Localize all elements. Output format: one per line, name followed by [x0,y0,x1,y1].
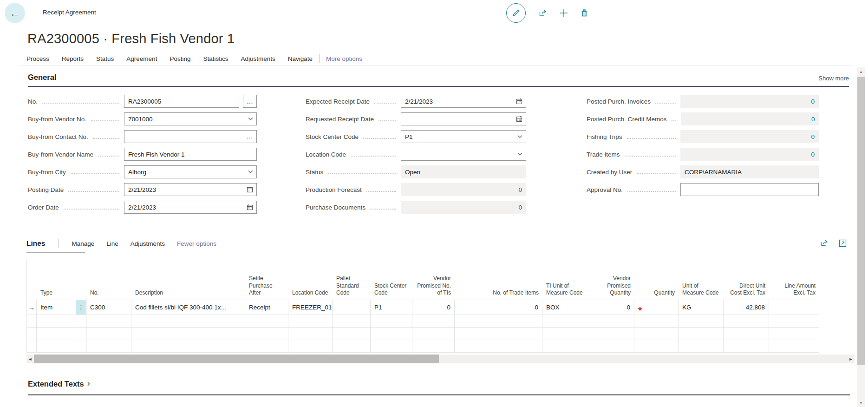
empty-cell-indicator[interactable] [27,315,37,328]
cell-settle[interactable]: Receipt [245,300,288,315]
empty-cell-vptis[interactable] [412,340,455,353]
horizontal-scrollbar[interactable]: ◄ ► [26,354,855,363]
cell-tiuom[interactable]: BOX [542,300,590,315]
ribbon-item-status[interactable]: Status [96,55,114,62]
calendar-icon[interactable] [516,116,522,122]
col-header-stock[interactable]: Stock Center Code [371,282,412,300]
cell-uom[interactable]: KG [679,300,724,315]
empty-cell-qty[interactable] [634,315,679,328]
field-purchase-documents[interactable]: 0 [401,201,526,214]
empty-cell-ducost[interactable] [724,328,769,340]
delete-button[interactable] [580,9,588,17]
cell-description[interactable]: Cod fillets sl/bl IQF 300-400 1x... [131,300,245,315]
chevron-down-icon[interactable] [248,118,253,121]
col-header-settle[interactable]: Settle Purchase After [245,275,288,300]
vertical-scrollbar[interactable]: ▲ ▼ [857,67,865,407]
lines-menu-item-manage[interactable]: Manage [72,240,94,247]
cell-no[interactable]: C300 [86,300,131,315]
lines-expand-button[interactable] [839,239,847,247]
chevron-down-icon[interactable] [248,171,253,174]
field-buy-from-contact-no[interactable]: … [124,130,257,143]
field-buy-from-vendor-name[interactable]: Fresh Fish Vendor 1 [124,148,257,161]
ellipsis-icon[interactable]: … [246,132,253,139]
ribbon-item-agreement[interactable]: Agreement [126,55,157,62]
empty-cell-location[interactable] [288,340,333,353]
field-approval-no[interactable] [680,183,819,196]
lines-menu-item-line[interactable]: Line [106,240,118,247]
empty-cell-tiuom[interactable] [542,328,590,340]
field-posted-purch-invoices[interactable]: 0 [680,95,819,108]
empty-cell-vptis[interactable] [412,328,455,340]
empty-cell-uom[interactable] [679,340,724,353]
empty-cell-menu[interactable] [76,340,86,353]
empty-cell-noti[interactable] [455,328,542,340]
empty-cell-location[interactable] [288,328,333,340]
empty-cell-indicator[interactable] [27,340,37,353]
col-header-vpqty[interactable]: Vendor Promised Quantity [590,275,634,300]
ribbon-item-navigate[interactable]: Navigate [288,55,313,62]
col-header-ducost[interactable]: Direct Unit Cost Excl. Tax [724,282,769,300]
col-header-lineamt[interactable]: Line Amount Excl. Tax [769,282,819,300]
vertical-scrollbar-thumb[interactable] [857,77,865,365]
empty-cell-menu[interactable] [76,315,86,328]
empty-cell-description[interactable] [131,328,245,340]
scroll-up-arrow-icon[interactable]: ▲ [857,68,865,75]
field-stock-center-code[interactable]: P1 [401,130,526,143]
cell-type[interactable]: Item [37,300,76,315]
col-header-qty[interactable]: Quantity [634,289,679,300]
field-requested-receipt-date[interactable] [401,112,526,125]
cell-stock[interactable]: P1 [371,300,412,315]
new-button[interactable] [560,9,568,17]
empty-cell-vpqty[interactable] [590,328,634,340]
empty-cell-settle[interactable] [245,340,288,353]
empty-cell-no[interactable] [86,328,131,340]
empty-cell-vptis[interactable] [412,315,455,328]
field-buy-from-vendor-no[interactable]: 7001000 [124,112,257,125]
more-options-button[interactable]: More options [326,55,362,62]
empty-cell-tiuom[interactable] [542,340,590,353]
empty-cell-lineamt[interactable] [769,340,819,353]
empty-cell-type[interactable] [37,315,76,328]
assist-edit-button[interactable]: … [243,95,257,108]
empty-cell-stock[interactable] [371,315,412,328]
col-header-noti[interactable]: No. of Trade Items [455,289,542,300]
field-posting-date[interactable]: 2/21/2023 [124,183,257,196]
lines-menu-item-adjustments[interactable]: Adjustments [131,240,165,247]
col-header-location[interactable]: Location Code [288,289,333,300]
field-trade-items[interactable]: 0 [680,148,819,161]
calendar-icon[interactable] [247,204,253,210]
empty-cell-description[interactable] [131,315,245,328]
empty-cell-settle[interactable] [245,328,288,340]
empty-cell-tiuom[interactable] [542,315,590,328]
empty-cell-uom[interactable] [679,328,724,340]
field-location-code[interactable] [401,148,526,161]
field-order-date[interactable]: 2/21/2023 [124,201,257,214]
empty-cell-uom[interactable] [679,315,724,328]
empty-cell-lineamt[interactable] [769,328,819,340]
share-button[interactable] [538,8,548,18]
col-header-no[interactable]: No. [86,289,131,300]
ribbon-item-process[interactable]: Process [26,55,49,62]
empty-cell-pallet[interactable] [333,340,371,353]
empty-cell-noti[interactable] [455,315,542,328]
empty-cell-settle[interactable] [245,315,288,328]
scroll-left-arrow-icon[interactable]: ◄ [26,354,34,363]
col-header-pallet[interactable]: Pallet Standard Code [333,275,371,300]
col-header-uom[interactable]: Unit of Measure Code [679,282,724,300]
cell-ducost[interactable]: 42.808 [724,300,769,315]
chevron-down-icon[interactable] [517,135,522,138]
cell-qty[interactable]: * [634,300,679,315]
col-header-description[interactable]: Description [131,289,245,300]
chevron-down-icon[interactable] [517,153,522,156]
cell-vptis[interactable]: 0 [412,300,455,315]
field-buy-from-city[interactable]: Alborg [124,165,257,178]
empty-cell-type[interactable] [37,328,76,340]
show-more-link[interactable]: Show more [818,75,849,82]
empty-cell-qty[interactable] [634,340,679,353]
horizontal-scrollbar-thumb[interactable] [34,354,439,363]
empty-cell-no[interactable] [86,340,131,353]
lines-share-button[interactable] [820,239,829,247]
scroll-down-arrow-icon[interactable]: ▼ [857,400,865,406]
empty-cell-pallet[interactable] [333,328,371,340]
cell-noti[interactable]: 0 [455,300,542,315]
